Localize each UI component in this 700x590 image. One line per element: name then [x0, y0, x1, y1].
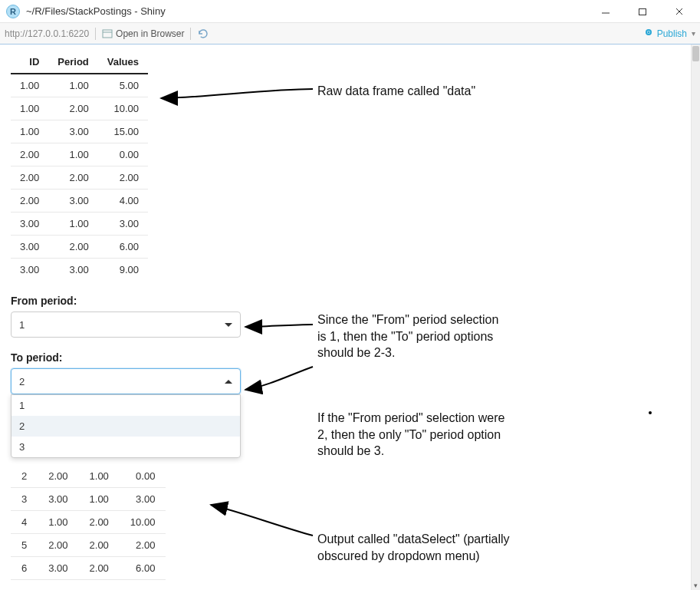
table-cell: 15.00 — [98, 120, 148, 143]
table-cell: 3.00 — [48, 190, 97, 213]
dropdown-option[interactable]: 3 — [12, 437, 240, 457]
table-cell: 2.00 — [11, 166, 48, 190]
table-cell: 4.00 — [98, 190, 148, 213]
table-cell: 3 — [11, 488, 38, 511]
table-cell: 3.00 — [11, 236, 48, 259]
table-cell: 1.00 — [48, 143, 97, 166]
rstudio-icon: R — [6, 5, 20, 18]
table-cell: 2.00 — [38, 534, 78, 557]
annotation-text: If the "From period" selection were 2, t… — [317, 410, 509, 460]
svg-point-8 — [649, 411, 652, 414]
table-cell: 2.00 — [120, 534, 166, 557]
table-cell: 2.00 — [48, 166, 97, 190]
open-in-browser-button[interactable]: Open in Browser — [102, 28, 184, 39]
table-cell: 2.00 — [79, 557, 120, 580]
svg-point-7 — [647, 31, 649, 34]
publish-icon — [643, 27, 654, 40]
table-cell: 2.00 — [79, 511, 120, 534]
toolbar: http://127.0.0.1:6220 Open in Browser Pu… — [0, 23, 700, 44]
vertical-scrollbar[interactable]: ▴ ▾ — [691, 44, 700, 590]
table-cell: 1.00 — [48, 213, 97, 236]
annotation-text: Output called "dataSelect" (partially ob… — [317, 531, 547, 564]
table-cell: 6.00 — [98, 236, 148, 259]
table-cell: 1.00 — [38, 511, 78, 534]
table-cell: 0.00 — [98, 143, 148, 166]
table-row: 2.002.002.00 — [11, 166, 148, 190]
table-cell: 3.00 — [38, 488, 78, 511]
dropdown-option[interactable]: 1 — [12, 395, 240, 416]
from-period-select[interactable]: 1 — [11, 311, 241, 338]
table-row: 2.001.000.00 — [11, 143, 148, 166]
chevron-down-icon: ▾ — [692, 29, 695, 38]
window-title: ~/R/Files/StackPostings - Shiny — [26, 5, 596, 17]
from-period-value: 1 — [19, 319, 25, 331]
table-cell: 6 — [11, 557, 38, 580]
table-cell: 3.00 — [48, 120, 97, 143]
dropdown-option[interactable]: 2 — [12, 416, 240, 437]
table-cell: 2.00 — [79, 534, 120, 557]
table-cell: 1.00 — [48, 74, 97, 97]
publish-button[interactable]: Publish ▾ — [643, 27, 695, 40]
table-cell: 3.00 — [98, 213, 148, 236]
data-select-table: 22.001.000.0033.001.003.0041.002.0010.00… — [11, 465, 166, 580]
table-cell: 1.00 — [11, 97, 48, 120]
close-button[interactable] — [669, 4, 689, 19]
scroll-thumb[interactable] — [692, 46, 699, 61]
table-row: 3.003.009.00 — [11, 259, 148, 282]
table-cell: 4 — [11, 511, 38, 534]
table-cell: 0.00 — [120, 465, 166, 488]
reload-button[interactable] — [197, 28, 209, 40]
table-cell: 2.00 — [48, 97, 97, 120]
browser-icon — [102, 29, 113, 38]
table-cell: 2.00 — [38, 465, 78, 488]
table-cell: 1.00 — [79, 465, 120, 488]
toolbar-separator — [190, 28, 191, 40]
table-cell: 2 — [11, 465, 38, 488]
table-cell: 1.00 — [79, 488, 120, 511]
table-cell: 5 — [11, 534, 38, 557]
table-cell: 1.00 — [11, 120, 48, 143]
table-cell: 10.00 — [98, 97, 148, 120]
col-header: Values — [98, 51, 148, 74]
annotation-text: Raw data frame called "data" — [317, 83, 563, 100]
table-row: 41.002.0010.00 — [11, 511, 166, 534]
table-row: 3.002.006.00 — [11, 236, 148, 259]
table-row: 52.002.002.00 — [11, 534, 166, 557]
table-row: 1.001.005.00 — [11, 74, 148, 97]
from-period-label: From period: — [11, 295, 680, 307]
window-controls — [596, 4, 694, 19]
table-cell: 2.00 — [11, 143, 48, 166]
svg-rect-1 — [639, 8, 646, 15]
table-row: 1.003.0015.00 — [11, 120, 148, 143]
table-row: 2.003.004.00 — [11, 190, 148, 213]
table-cell: 3.00 — [48, 259, 97, 282]
table-cell: 2.00 — [98, 166, 148, 190]
table-cell: 6.00 — [120, 557, 166, 580]
col-header: ID — [11, 51, 48, 74]
col-header: Period — [48, 51, 97, 74]
maximize-button[interactable] — [633, 4, 652, 19]
svg-rect-4 — [103, 30, 112, 38]
data-table: ID Period Values 1.001.005.001.002.0010.… — [11, 51, 148, 281]
table-cell: 5.00 — [98, 74, 148, 97]
table-row: 22.001.000.00 — [11, 465, 166, 488]
open-in-browser-label: Open in Browser — [116, 28, 184, 39]
to-period-select[interactable]: 2 — [11, 368, 241, 394]
to-period-dropdown[interactable]: 1 2 3 — [11, 394, 241, 458]
minimize-button[interactable] — [596, 4, 616, 19]
table-cell: 9.00 — [98, 259, 148, 282]
table-cell: 2.00 — [11, 190, 48, 213]
annotation-text: Since the "From" period selection is 1, … — [317, 311, 509, 361]
publish-label: Publish — [657, 28, 687, 39]
table-row: 63.002.006.00 — [11, 557, 166, 580]
table-cell: 3.00 — [11, 213, 48, 236]
chevron-down-icon — [225, 323, 232, 327]
table-cell: 10.00 — [120, 511, 166, 534]
table-row: 1.002.0010.00 — [11, 97, 148, 120]
table-cell: 3.00 — [38, 557, 78, 580]
to-period-value: 2 — [19, 376, 25, 387]
window-titlebar: R ~/R/Files/StackPostings - Shiny — [0, 0, 700, 23]
scroll-down-icon[interactable]: ▾ — [692, 581, 700, 590]
url-display: http://127.0.0.1:6220 — [5, 28, 89, 39]
table-cell: 3.00 — [11, 259, 48, 282]
